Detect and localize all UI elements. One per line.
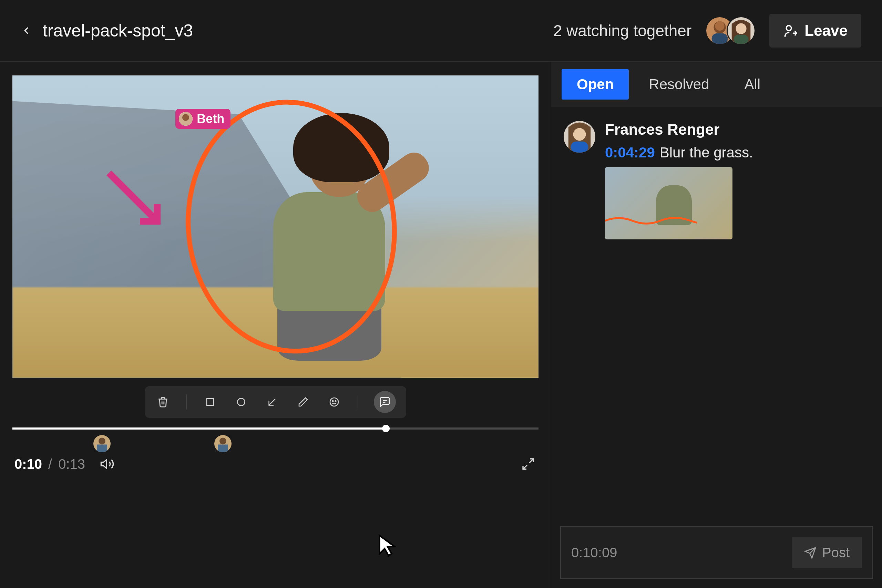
remote-cursor-name: Beth — [197, 112, 224, 126]
svg-point-16 — [335, 400, 336, 402]
volume-button[interactable] — [99, 456, 116, 472]
fullscreen-icon — [521, 457, 535, 471]
svg-point-3 — [715, 21, 724, 31]
timeline-progress — [12, 428, 386, 429]
rectangle-tool[interactable] — [202, 394, 218, 410]
duration-time: 0:13 — [58, 456, 85, 472]
svg-line-13 — [269, 399, 275, 405]
header-left: travel-pack-spot_v3 — [21, 21, 193, 40]
trash-icon — [157, 396, 169, 408]
viewer-avatar-2[interactable] — [727, 16, 756, 45]
leave-icon — [783, 23, 798, 38]
toolbar-divider — [186, 394, 187, 410]
svg-point-10 — [182, 114, 189, 121]
viewer-avatars — [705, 16, 756, 45]
chevron-left-icon — [21, 25, 32, 36]
svg-point-29 — [573, 128, 586, 141]
svg-rect-24 — [218, 445, 228, 453]
emoji-tool[interactable] — [327, 394, 342, 410]
svg-rect-21 — [97, 445, 107, 453]
svg-point-14 — [330, 398, 338, 406]
comment-timestamp[interactable]: 0:04:29 — [605, 144, 655, 160]
header-right: 2 watching together Leave — [554, 14, 861, 48]
comment-icon — [379, 396, 391, 408]
comments-panel: Open Resolved All Frances Renger 0:04:29… — [551, 62, 882, 588]
controls-left: 0:10 / 0:13 — [15, 456, 116, 472]
remote-cursor-avatar — [179, 112, 193, 126]
comment-thumbnail[interactable] — [605, 167, 732, 239]
thumbnail-annotation — [605, 213, 697, 226]
ellipse-icon — [236, 396, 247, 408]
svg-line-27 — [523, 465, 527, 469]
comment-author: Frances Renger — [605, 121, 753, 138]
annotation-arrow[interactable] — [102, 166, 171, 235]
ellipse-tool[interactable] — [234, 394, 249, 410]
timeline-playhead[interactable] — [382, 425, 390, 432]
tab-resolved[interactable]: Resolved — [634, 69, 724, 99]
back-button[interactable] — [21, 25, 32, 36]
player-controls: 0:10 / 0:13 — [12, 456, 538, 472]
app-root: travel-pack-spot_v3 2 watching together … — [0, 0, 882, 588]
rectangle-icon — [205, 397, 215, 407]
mouse-cursor-icon — [375, 534, 400, 558]
svg-rect-11 — [207, 399, 214, 405]
comment-body: Frances Renger 0:04:29Blur the grass. — [605, 121, 753, 239]
comment-tabs: Open Resolved All — [551, 62, 882, 107]
comment-item[interactable]: Frances Renger 0:04:29Blur the grass. — [564, 121, 870, 239]
fullscreen-button[interactable] — [520, 456, 536, 472]
svg-point-7 — [786, 26, 791, 31]
post-button[interactable]: Post — [792, 537, 862, 568]
svg-marker-25 — [101, 460, 107, 468]
comment-composer[interactable]: 0:10:09 Post — [560, 526, 873, 579]
comment-text: Blur the grass. — [660, 144, 753, 160]
timeline-marker[interactable] — [93, 435, 111, 452]
svg-point-15 — [332, 400, 333, 402]
svg-line-8 — [109, 173, 157, 221]
svg-point-20 — [99, 438, 105, 445]
comment-tool[interactable] — [374, 391, 396, 413]
pencil-tool[interactable] — [296, 394, 311, 410]
arrow-tool[interactable] — [265, 394, 280, 410]
svg-rect-2 — [712, 33, 728, 44]
emoji-icon — [328, 396, 340, 408]
tab-all[interactable]: All — [729, 69, 776, 99]
time-display: 0:10 / 0:13 — [15, 456, 85, 472]
tab-open[interactable]: Open — [562, 69, 629, 99]
video-frame[interactable]: Beth — [12, 75, 538, 378]
arrow-icon — [267, 396, 278, 408]
post-label: Post — [822, 545, 850, 561]
composer-timestamp: 0:10:09 — [571, 545, 617, 561]
annotation-toolbar — [145, 386, 406, 418]
video-area: Beth — [0, 62, 551, 588]
send-icon — [804, 547, 816, 559]
toolbar-divider-2 — [358, 394, 358, 410]
header-bar: travel-pack-spot_v3 2 watching together … — [0, 0, 882, 62]
comment-avatar — [564, 121, 596, 153]
comments-list: Frances Renger 0:04:29Blur the grass. — [551, 107, 882, 518]
svg-line-26 — [529, 459, 533, 463]
body: Beth — [0, 62, 882, 588]
leave-label: Leave — [804, 22, 848, 39]
pencil-icon — [298, 396, 309, 408]
leave-button[interactable]: Leave — [770, 14, 861, 48]
svg-rect-30 — [571, 142, 588, 153]
svg-point-23 — [219, 438, 226, 445]
remote-cursor-tag: Beth — [176, 109, 231, 129]
timeline-marker[interactable] — [214, 435, 231, 452]
comment-text-line: 0:04:29Blur the grass. — [605, 144, 753, 161]
svg-point-12 — [237, 398, 244, 405]
svg-rect-6 — [734, 35, 748, 44]
svg-point-5 — [736, 23, 747, 34]
time-separator: / — [48, 456, 52, 472]
volume-icon — [100, 457, 114, 471]
timeline[interactable] — [12, 421, 538, 452]
watching-together-text: 2 watching together — [554, 21, 692, 40]
file-title: travel-pack-spot_v3 — [43, 21, 193, 40]
current-time: 0:10 — [15, 456, 42, 472]
trash-tool[interactable] — [155, 394, 171, 410]
